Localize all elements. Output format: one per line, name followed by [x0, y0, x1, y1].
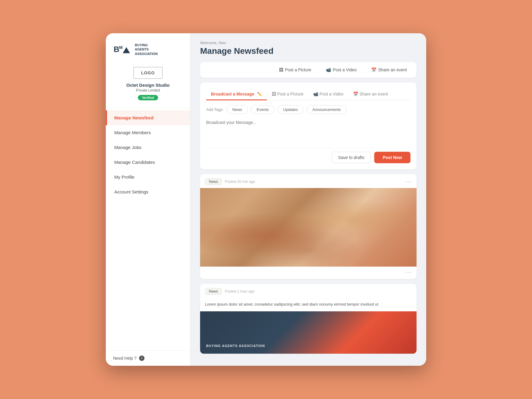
share-event-action[interactable]: 📅 Share an event	[368, 66, 410, 74]
post-2-meta: News Posted 1 hour ago	[205, 288, 255, 295]
post-actions-bar: 🖼 Post a Picture 📹 Post a Video 📅 Share …	[200, 62, 417, 78]
post-2-time: Posted 1 hour ago	[225, 289, 255, 294]
post-2-tag[interactable]: News	[205, 288, 222, 295]
tab-broadcast[interactable]: Broadcast a Message ✏️	[206, 89, 267, 100]
post-1-tag[interactable]: News	[205, 178, 222, 185]
feed-post-2-header: News Posted 1 hour ago	[200, 284, 417, 298]
post-now-button[interactable]: Post Now	[374, 152, 410, 163]
feed-post-2: News Posted 1 hour ago Lorem ipsum dolor…	[200, 284, 417, 354]
calendar-icon: 📅	[371, 67, 376, 72]
tag-updates[interactable]: Updates	[277, 105, 303, 114]
help-label: Need Help ?	[113, 356, 137, 361]
sidebar-item-account-settings[interactable]: Account Settings	[106, 184, 190, 199]
post-2-image	[200, 311, 417, 354]
tab-post-picture[interactable]: 🖼 Post a Picture	[267, 89, 308, 100]
broadcast-textarea[interactable]	[206, 119, 410, 143]
post-1-meta: News Posted 20 min ago	[205, 178, 255, 185]
post-picture-label: Post a Picture	[285, 67, 311, 72]
nav-menu: Manage Newsfeed Manage Members Manage Jo…	[106, 108, 190, 350]
feed-post-1: News Posted 20 min ago ··· ···	[200, 174, 417, 279]
logo-placeholder: LOGO	[133, 67, 163, 79]
tag-news[interactable]: News	[227, 105, 248, 114]
main-content: Welcome, Alex Manage Newsfeed 🖼 Post a P…	[190, 33, 426, 366]
svg-text:B: B	[114, 45, 119, 54]
verified-badge: Verified	[138, 95, 158, 100]
page-title: Manage Newsfeed	[200, 46, 417, 56]
post-picture-action[interactable]: 🖼 Post a Picture	[275, 66, 315, 74]
post-video-action[interactable]: 📹 Post a Video	[322, 66, 360, 74]
share-event-label: Share an event	[378, 67, 407, 72]
sidebar: B M BUYING AGENTS ASSOCIATION LOGO Octet…	[106, 33, 190, 366]
picture-icon: 🖼	[279, 67, 283, 72]
post-1-footer: ···	[200, 267, 417, 279]
sidebar-item-my-profile[interactable]: My Profile	[106, 170, 190, 184]
post-2-excerpt: Lorem ipsum dolor sit amet, consetetur s…	[200, 298, 417, 311]
compose-tabs: Broadcast a Message ✏️ 🖼 Post a Picture …	[206, 89, 410, 100]
video-tab-icon: 📹	[313, 92, 318, 96]
feed-post-1-header: News Posted 20 min ago ···	[200, 174, 417, 188]
sidebar-item-manage-candidates[interactable]: Manage Candidates	[106, 155, 190, 170]
post-1-footer-more-button[interactable]: ···	[405, 269, 412, 275]
welcome-text: Welcome, Alex	[200, 41, 417, 45]
post-1-time: Posted 20 min ago	[225, 180, 255, 184]
sidebar-item-manage-newsfeed[interactable]: Manage Newsfeed	[106, 110, 190, 125]
post-1-more-button[interactable]: ···	[405, 179, 412, 185]
sidebar-item-manage-members[interactable]: Manage Members	[106, 125, 190, 140]
company-card: LOGO Octet Design Studio Private Limited…	[106, 62, 190, 108]
help-link[interactable]: Need Help ? i	[106, 350, 190, 366]
post-video-label: Post a Video	[333, 67, 357, 72]
info-icon: i	[139, 355, 144, 361]
video-icon: 📹	[326, 67, 331, 72]
svg-text:M: M	[119, 45, 123, 50]
tag-events[interactable]: Events	[251, 105, 274, 114]
tags-row: Add Tags: News Events Updates Announceme…	[206, 105, 410, 114]
compose-card: Broadcast a Message ✏️ 🖼 Post a Picture …	[200, 83, 417, 169]
brand-name: BUYING AGENTS ASSOCIATION	[135, 43, 158, 56]
picture-tab-icon: 🖼	[272, 92, 276, 96]
brand-logo-icon: B M	[113, 44, 131, 56]
save-draft-button[interactable]: Save to drafts	[332, 152, 371, 163]
calendar-tab-icon: 📅	[353, 92, 358, 96]
svg-marker-2	[123, 47, 130, 53]
company-sub: Private Limited	[136, 88, 160, 92]
compose-actions: Save to drafts Post Now	[206, 148, 410, 163]
tab-post-video[interactable]: 📹 Post a Video	[308, 89, 348, 100]
logo-area: B M BUYING AGENTS ASSOCIATION	[106, 33, 190, 62]
company-name: Octet Design Studio	[126, 83, 170, 88]
tab-share-event[interactable]: 📅 Share an event	[348, 89, 393, 100]
post-1-image	[200, 188, 417, 267]
tags-label: Add Tags:	[206, 107, 224, 112]
tag-announcements[interactable]: Announcements	[307, 105, 346, 114]
edit-icon: ✏️	[257, 92, 262, 96]
sidebar-item-manage-jobs[interactable]: Manage Jobs	[106, 140, 190, 155]
